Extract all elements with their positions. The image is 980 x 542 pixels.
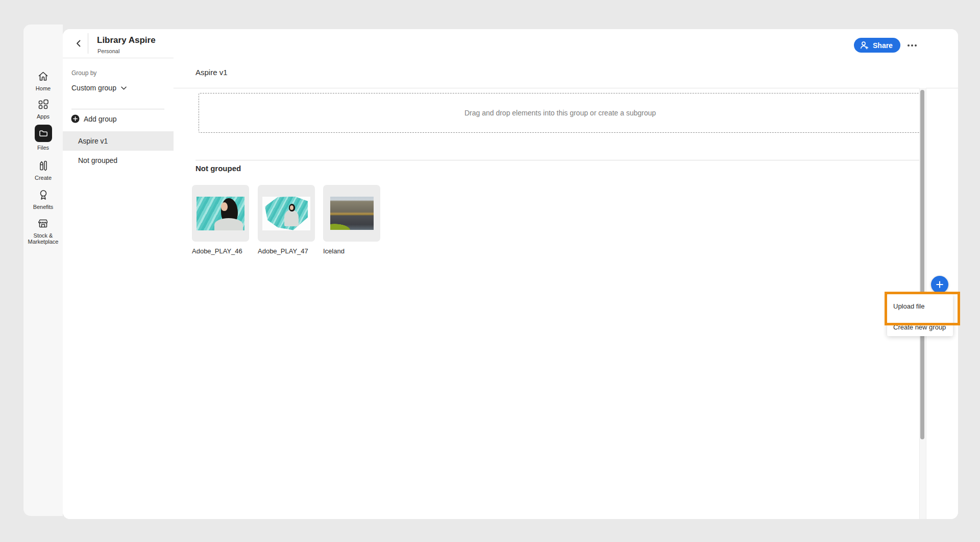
add-content-fab[interactable] [931, 276, 948, 293]
group-item-label: Not grouped [78, 156, 117, 164]
page-title: Library Aspire [97, 35, 156, 45]
share-button[interactable]: Share [854, 38, 900, 53]
section-title: Aspire v1 [195, 68, 228, 77]
sidebar-item-stock-marketplace[interactable]: Stock & Marketplace [23, 217, 63, 245]
library-header: Library Aspire Personal Share [63, 29, 958, 58]
section-header: Aspire v1 [174, 58, 958, 88]
menu-item-label: Upload file [893, 302, 924, 310]
group-item-aspire-v1[interactable]: Aspire v1 [63, 131, 174, 151]
plus-circle-icon [71, 114, 80, 123]
invite-person-icon [860, 40, 869, 50]
sidebar-item-label: Benefits [23, 204, 63, 210]
adobe-libraries-page: Home Apps Files [0, 0, 980, 542]
create-icon [23, 159, 63, 172]
drag-drop-text: Drag and drop elements into this group o… [464, 109, 656, 117]
page-subtitle: Personal [97, 48, 119, 54]
scrollbar-thumb[interactable] [920, 90, 924, 439]
file-name: Iceland [323, 247, 345, 255]
add-content-menu: Upload file Create new group [887, 294, 953, 336]
menu-item-create-new-group[interactable]: Create new group [887, 318, 953, 336]
more-options-button[interactable] [905, 40, 919, 51]
left-nav-rail: Home Apps Files [23, 25, 63, 516]
home-icon [23, 69, 63, 83]
share-button-label: Share [873, 41, 893, 50]
library-window: Library Aspire Personal Share Group by C [63, 29, 958, 519]
group-item-not-grouped[interactable]: Not grouped [63, 151, 174, 170]
sidebar-item-create[interactable]: Create [23, 159, 63, 181]
group-list: Aspire v1 Not grouped [63, 131, 174, 170]
file-card-adobe-play-46[interactable] [192, 185, 249, 242]
folder-icon [39, 129, 48, 138]
library-content: Aspire v1 Drag and drop elements into th… [174, 58, 958, 519]
group-sidebar: Group by Custom group Add group Aspire v… [63, 58, 174, 519]
file-card-iceland[interactable] [323, 185, 380, 242]
storefront-icon [23, 217, 63, 230]
ellipsis-icon [908, 44, 910, 46]
not-grouped-heading: Not grouped [195, 164, 241, 173]
drag-drop-zone[interactable]: Drag and drop elements into this group o… [199, 93, 922, 133]
sidebar-item-files[interactable]: Files [23, 125, 63, 151]
sidebar-item-benefits[interactable]: Benefits [23, 188, 63, 210]
chevron-left-icon [76, 39, 82, 48]
header-divider [88, 33, 88, 54]
panel-divider [71, 109, 164, 109]
sidebar-item-home[interactable]: Home [23, 69, 63, 91]
add-group-button[interactable]: Add group [71, 114, 117, 123]
file-name: Adobe_PLAY_46 [192, 247, 242, 255]
group-by-label: Group by [71, 69, 96, 77]
sidebar-item-label: Stock & Marketplace [23, 232, 63, 245]
sidebar-item-apps[interactable]: Apps [23, 98, 63, 120]
group-mode-dropdown[interactable]: Custom group [71, 84, 127, 92]
thumbnail-image [330, 197, 374, 230]
group-item-label: Aspire v1 [78, 137, 108, 145]
sidebar-item-label: Files [23, 145, 63, 151]
thumbnail-image [262, 197, 310, 230]
file-name: Adobe_PLAY_47 [258, 247, 308, 255]
add-group-label: Add group [84, 115, 117, 123]
apps-icon [23, 98, 63, 111]
sidebar-item-label: Home [23, 85, 63, 91]
benefits-icon [23, 188, 63, 201]
group-mode-value: Custom group [71, 84, 116, 92]
menu-item-label: Create new group [893, 323, 946, 331]
menu-item-upload-file[interactable]: Upload file [887, 294, 953, 318]
sidebar-item-label: Apps [23, 113, 63, 120]
files-active-tile [35, 125, 52, 142]
chevron-down-icon [121, 86, 127, 90]
back-button[interactable] [72, 37, 85, 50]
sidebar-item-label: Create [23, 175, 63, 181]
file-card-adobe-play-47[interactable] [258, 185, 315, 242]
content-divider [195, 160, 926, 160]
thumbnail-image [197, 197, 244, 230]
plus-icon [936, 280, 944, 289]
